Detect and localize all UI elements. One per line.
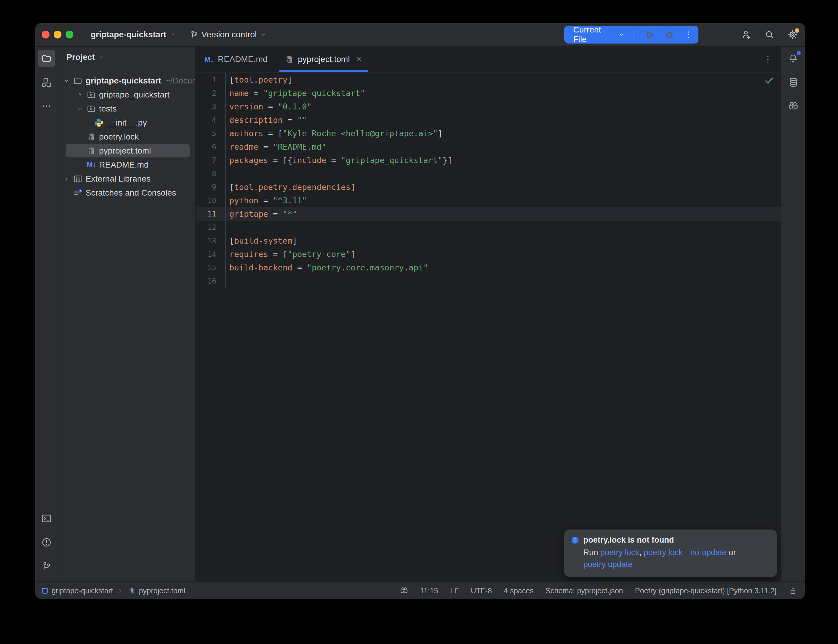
folder-icon: [72, 76, 84, 85]
debug-button[interactable]: [664, 30, 675, 39]
settings-button[interactable]: [787, 29, 798, 40]
ellipsis-icon: [41, 101, 52, 111]
token: "poetry-core": [288, 250, 350, 259]
tree-item-label: pyproject.toml: [99, 146, 151, 156]
interpreter-widget[interactable]: Poetry (griptape-quickstart) [Python 3.1…: [635, 586, 777, 595]
minimize-window-button[interactable]: [54, 31, 61, 38]
indent-widget[interactable]: 4 spaces: [504, 586, 534, 595]
close-window-button[interactable]: [42, 31, 49, 38]
tab-options-button[interactable]: [764, 47, 781, 72]
project-panel-header[interactable]: Project: [58, 47, 196, 68]
add-user-button[interactable]: [741, 29, 751, 40]
code-line-12[interactable]: 12: [196, 221, 781, 234]
code-line-text: packages = [{include = "griptape_quickst…: [225, 154, 781, 167]
chevron-right-icon[interactable]: [76, 89, 84, 100]
inspection-ok-icon[interactable]: [764, 76, 774, 85]
database-tool-button[interactable]: [785, 74, 802, 91]
chevron-right-icon[interactable]: [63, 174, 70, 184]
chevron-down-icon: [169, 31, 177, 38]
toml-icon: [T]: [284, 54, 294, 64]
vcs-widget[interactable]: Version control: [190, 30, 267, 39]
token: "griptape-quickstart": [263, 89, 365, 98]
code-line-3[interactable]: 3version = "0.1.0": [196, 100, 781, 113]
right-tool-stripe: [781, 47, 805, 582]
editor-tab-bar: M↓README.md[T]pyproject.toml: [196, 47, 781, 72]
code-line-15[interactable]: 15build-backend = "poetry.core.masonry.a…: [196, 261, 781, 274]
code-line-11[interactable]: 11griptape = "*": [196, 207, 781, 221]
line-number: 8: [196, 170, 216, 178]
code-line-8[interactable]: 8: [196, 167, 781, 181]
code-line-16[interactable]: 16: [196, 274, 781, 288]
tab-pyproject-toml[interactable]: [T]pyproject.toml: [276, 47, 371, 72]
code-line-14[interactable]: 14requires = ["poetry-core"]: [196, 248, 781, 261]
caret-position-widget[interactable]: 11:15: [420, 586, 439, 595]
token: "^3.11": [273, 196, 307, 205]
settings-notification-dot: [795, 28, 799, 33]
search-everywhere-button[interactable]: [764, 29, 775, 40]
notification-link[interactable]: poetry lock --no-update: [644, 548, 727, 557]
chevron-down-icon[interactable]: [74, 105, 85, 112]
line-number: 3: [196, 103, 216, 111]
ai-assistant-tool-button[interactable]: [785, 97, 802, 115]
token: ]: [288, 75, 292, 84]
code-line-7[interactable]: 7packages = [{include = "griptape_quicks…: [196, 154, 781, 167]
unlock-icon[interactable]: [789, 586, 797, 595]
token: ]: [350, 250, 355, 259]
tab-readme-md[interactable]: M↓README.md: [196, 47, 276, 72]
tree-item-poetry-lock[interactable]: [T]poetry.lock: [58, 130, 196, 144]
tree-item-scratches-and-consoles[interactable]: Scratches and Consoles: [58, 186, 196, 200]
tab-label: pyproject.toml: [298, 54, 350, 64]
more-tool-windows-button[interactable]: [38, 97, 55, 115]
folder-icon: [41, 53, 52, 64]
breadcrumb-project[interactable]: griptape-quickstart: [52, 586, 113, 595]
tree-item-griptape-quickstart[interactable]: griptape_quickstart: [58, 88, 196, 102]
code-line-10[interactable]: 10python = "^3.11": [196, 194, 781, 207]
token: = [: [268, 250, 288, 259]
code-line-4[interactable]: 4description = "": [196, 113, 781, 127]
code-line-1[interactable]: 1[tool.poetry]: [196, 73, 781, 87]
ai-assistant-status-icon[interactable]: [400, 586, 408, 595]
code-line-2[interactable]: 2name = "griptape-quickstart": [196, 87, 781, 100]
code-line-text: [tool.poetry.dependencies]: [225, 181, 781, 194]
scratches-icon: [72, 188, 84, 198]
code-line-6[interactable]: 6readme = "README.md": [196, 140, 781, 154]
structure-tool-button[interactable]: [38, 74, 55, 91]
tree-item-path: ~/Docume: [166, 76, 196, 85]
line-number: 14: [196, 250, 216, 258]
notification-link[interactable]: poetry update: [583, 560, 633, 569]
encoding-widget[interactable]: UTF-8: [471, 586, 492, 595]
tree-item-tests[interactable]: tests: [58, 102, 196, 116]
zoom-window-button[interactable]: [66, 31, 73, 38]
breadcrumb-file[interactable]: pyproject.toml: [139, 586, 186, 595]
code-line-5[interactable]: 5authors = ["Kyle Roche <hello@griptape.…: [196, 127, 781, 140]
notifications-button[interactable]: [785, 50, 802, 67]
tree-item-external-libraries[interactable]: External Libraries: [58, 172, 196, 186]
tree-item-readme-md[interactable]: M↓README.md: [58, 158, 196, 172]
tree-item-pyproject-toml[interactable]: [T]pyproject.toml: [58, 144, 196, 158]
line-separator-widget[interactable]: LF: [450, 586, 458, 595]
project-tool-button[interactable]: [38, 50, 55, 67]
chevron-down-icon[interactable]: [61, 77, 72, 84]
token: "Kyle Roche <hello@griptape.ai>": [283, 129, 438, 138]
schema-widget[interactable]: Schema: pyproject.json: [546, 586, 623, 595]
commit-tool-button[interactable]: [38, 557, 55, 575]
terminal-tool-button[interactable]: [38, 510, 55, 527]
more-run-options-button[interactable]: [684, 30, 693, 39]
code-line-13[interactable]: 13[build-system]: [196, 234, 781, 248]
run-config-selector[interactable]: Current File: [573, 25, 615, 44]
token: "griptape_quickstart": [341, 156, 442, 165]
tree-item--init-py[interactable]: __init__.py: [58, 116, 196, 130]
project-switcher[interactable]: griptape-quickstart: [90, 30, 177, 39]
run-button[interactable]: [644, 29, 655, 40]
tree-item-griptape-quickstart[interactable]: griptape-quickstart~/Docume: [58, 74, 196, 88]
code-editor[interactable]: 1[tool.poetry]2name = "griptape-quicksta…: [196, 72, 781, 582]
tree-item-label: __init__.py: [107, 118, 147, 128]
code-line-9[interactable]: 9[tool.poetry.dependencies]: [196, 181, 781, 194]
svg-text:[T]: [T]: [286, 59, 292, 62]
line-number: 16: [196, 277, 216, 285]
notification-link[interactable]: poetry lock: [600, 548, 639, 557]
token: description: [229, 115, 283, 125]
close-tab-icon[interactable]: [355, 56, 363, 63]
problems-tool-button[interactable]: [38, 534, 55, 551]
tree-item-label: poetry.lock: [99, 132, 139, 141]
